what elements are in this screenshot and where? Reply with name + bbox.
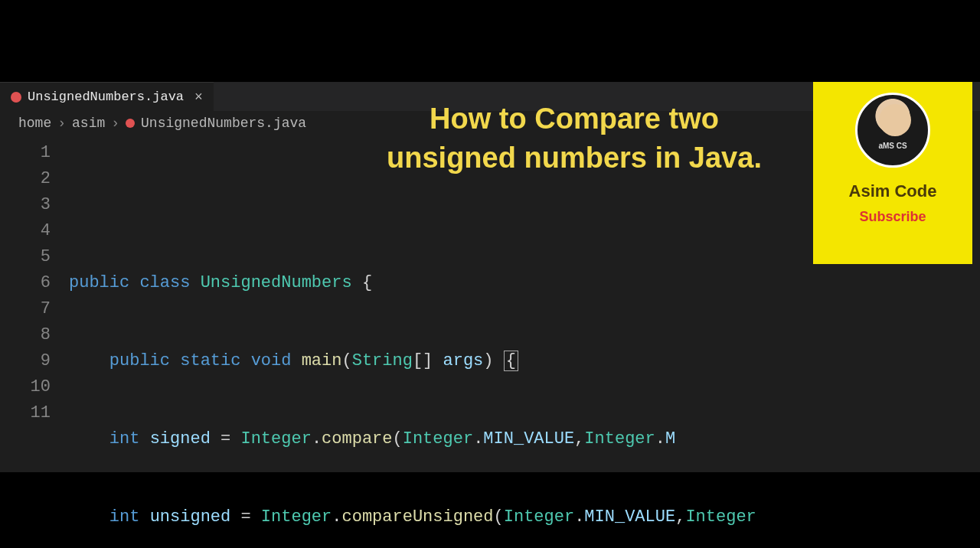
line-number: 11 <box>0 400 51 426</box>
chevron-right-icon: › <box>57 116 66 131</box>
video-title-overlay: How to Compare two unsigned numbers in J… <box>375 99 773 178</box>
line-number: 6 <box>0 270 51 296</box>
avatar <box>855 93 930 168</box>
chevron-right-icon: › <box>111 116 119 131</box>
line-number: 8 <box>0 322 51 348</box>
line-number: 4 <box>0 218 51 244</box>
breadcrumb-file[interactable]: UnsignedNumbers.java <box>141 116 306 131</box>
line-number: 9 <box>0 348 51 374</box>
java-file-icon <box>126 119 135 128</box>
breadcrumb-asim[interactable]: asim <box>72 116 105 131</box>
java-file-icon <box>11 92 21 103</box>
file-tab[interactable]: UnsignedNumbers.java × <box>0 82 214 111</box>
channel-card: Asim Code Subscribe <box>813 82 972 264</box>
close-icon[interactable]: × <box>194 90 203 105</box>
channel-name: Asim Code <box>849 181 937 201</box>
line-number: 1 <box>0 140 51 166</box>
line-number: 5 <box>0 244 51 270</box>
line-number: 10 <box>0 374 51 400</box>
tab-filename: UnsignedNumbers.java <box>28 90 184 104</box>
subscribe-button[interactable]: Subscribe <box>859 209 926 225</box>
line-gutter: 1 2 3 4 5 6 7 8 9 10 11 <box>0 140 69 548</box>
line-number: 3 <box>0 192 51 218</box>
line-number: 7 <box>0 296 51 322</box>
line-number: 2 <box>0 166 51 192</box>
breadcrumb-home[interactable]: home <box>18 116 51 131</box>
